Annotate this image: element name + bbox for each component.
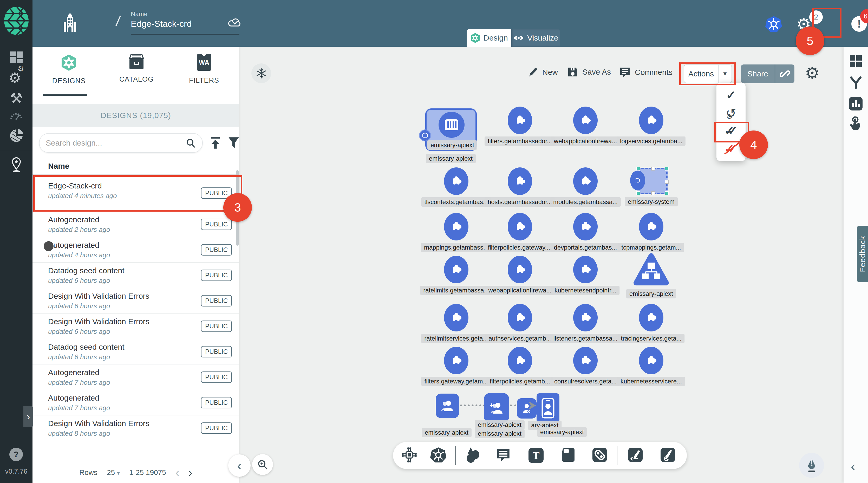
crd-node[interactable] <box>508 107 532 134</box>
node-clusterrole-badge[interactable] <box>536 393 559 423</box>
layout-snowflake-button[interactable] <box>251 63 271 83</box>
zoom-button[interactable] <box>252 454 273 475</box>
link-tool[interactable] <box>592 447 607 463</box>
freehand-draw-tool[interactable] <box>660 447 675 463</box>
crd-node-label: webapplicationfirewa... <box>551 137 620 146</box>
edge-arrowhead <box>527 400 537 411</box>
node-port-badge[interactable] <box>419 129 431 142</box>
crd-node[interactable] <box>444 304 468 331</box>
text-tool[interactable]: T <box>528 448 544 463</box>
designs-tab-label: DESIGNS <box>52 77 86 85</box>
design-row[interactable]: Datadog seed contentupdated 6 hours agoP… <box>32 339 239 364</box>
comments-button[interactable]: Comments <box>619 66 673 78</box>
pagination-prev-button[interactable]: ‹ <box>176 466 179 479</box>
design-row[interactable]: Design With Validation Errorsupdated 8 h… <box>32 415 239 441</box>
comment-tool[interactable] <box>496 447 511 463</box>
crd-node[interactable] <box>573 256 598 283</box>
sidebar-expand-button[interactable]: › <box>23 406 33 427</box>
design-row[interactable]: Autogeneratedupdated 4 hours agoPUBLIC <box>32 237 239 263</box>
crd-node[interactable] <box>573 347 598 374</box>
feedback-tab[interactable]: Feedback <box>857 225 868 282</box>
meshery-logo-icon[interactable] <box>4 6 29 35</box>
metrics-icon[interactable] <box>849 97 863 112</box>
menu-item-dry-run[interactable]: ↺⚙ <box>726 105 736 121</box>
design-row[interactable]: Autogeneratedupdated 7 hours agoPUBLIC <box>32 364 239 390</box>
design-row[interactable]: Autogeneratedupdated 2 hours agoPUBLIC <box>32 212 239 237</box>
filter-funnel-icon[interactable] <box>228 137 240 149</box>
environment-pin-icon[interactable] <box>0 157 32 173</box>
lifecycle-nav-icon[interactable]: ⚙⚙ <box>0 70 32 86</box>
tab-visualize[interactable]: Visualize <box>512 29 560 47</box>
tab-design[interactable]: Design <box>467 29 512 47</box>
rows-per-page-select[interactable]: 25 ▾ <box>107 469 120 477</box>
organization-icon[interactable] <box>62 13 78 33</box>
share-button-label: Share <box>741 69 775 78</box>
design-search-input[interactable] <box>46 139 186 147</box>
tab-filters[interactable]: WA FILTERS <box>176 54 232 85</box>
dashboard-nav-icon[interactable] <box>0 50 32 64</box>
configuration-nav-icon[interactable]: ⚒ <box>0 90 32 106</box>
crd-node[interactable] <box>444 213 468 240</box>
crd-node[interactable] <box>508 256 532 283</box>
save-as-button[interactable]: Save As <box>567 66 611 78</box>
crd-node[interactable] <box>639 213 663 240</box>
crd-node[interactable] <box>508 213 532 240</box>
interaction-hand-icon[interactable] <box>849 117 862 132</box>
design-mode-pen-button[interactable] <box>799 453 824 478</box>
crd-node-label: tcpmappings.getam... <box>618 243 684 252</box>
node-emissary-apiext-selected[interactable]: emissary-apiext <box>425 109 477 151</box>
note-tool[interactable] <box>561 447 576 464</box>
design-row[interactable]: Design With Validation Errorsupdated 6 h… <box>32 313 239 339</box>
tab-catalog[interactable]: CATALOG <box>108 54 165 84</box>
components-palette-icon[interactable] <box>849 55 862 69</box>
node-emissary-apiext-configmap[interactable] <box>633 252 670 286</box>
canvas-settings-gear-icon[interactable]: ⚙ <box>805 63 820 83</box>
crd-node[interactable] <box>444 168 468 195</box>
edge-draw-tool[interactable] <box>628 447 643 463</box>
crd-node[interactable] <box>573 213 598 240</box>
component-chip-tool[interactable] <box>401 447 417 464</box>
menu-item-undeploy[interactable]: ✓✓ <box>724 140 738 157</box>
kubernetes-context-icon[interactable] <box>765 16 782 32</box>
right-dock-collapse-button[interactable]: ‹ <box>851 459 855 474</box>
design-row[interactable]: Datadog seed contentupdated 6 hours agoP… <box>32 263 239 288</box>
tab-designs[interactable]: DESIGNS <box>40 54 97 85</box>
import-design-icon[interactable] <box>209 136 221 149</box>
design-search-box[interactable] <box>39 133 203 153</box>
new-design-button[interactable]: New <box>528 67 558 78</box>
annotation-rect-design-row <box>33 175 242 212</box>
crd-node[interactable] <box>639 304 663 331</box>
crd-node[interactable] <box>639 107 663 134</box>
shapes-tool[interactable] <box>465 447 480 464</box>
link-icon <box>780 69 790 79</box>
pagination-next-button[interactable]: › <box>188 466 192 479</box>
app-version: v0.7.76 <box>0 467 32 476</box>
performance-nav-icon[interactable] <box>0 111 32 120</box>
design-row[interactable]: Autogeneratedupdated 7 hours agoPUBLIC <box>32 390 239 415</box>
copy-link-button[interactable] <box>775 64 795 83</box>
crd-node[interactable] <box>444 256 468 283</box>
node-serviceaccount[interactable] <box>436 394 459 418</box>
crd-node[interactable] <box>508 304 532 331</box>
node-rolebinding[interactable] <box>484 393 509 423</box>
design-row[interactable]: Design With Validation Errorsupdated 6 h… <box>32 288 239 313</box>
crd-node[interactable] <box>639 347 663 374</box>
crd-node[interactable] <box>573 304 598 331</box>
kubernetes-tool[interactable] <box>430 447 446 464</box>
extensions-nav-icon[interactable] <box>0 128 32 143</box>
sidebar-divider <box>0 151 32 151</box>
filters-tab-label: FILTERS <box>189 77 219 85</box>
crd-node[interactable] <box>444 347 468 374</box>
crd-node[interactable] <box>508 168 532 195</box>
menu-item-validate[interactable]: ✓ <box>726 87 736 103</box>
search-icon[interactable] <box>186 138 196 148</box>
catalog-tab-label: CATALOG <box>119 76 154 84</box>
crd-node[interactable] <box>573 168 598 195</box>
relationships-icon[interactable] <box>849 76 863 90</box>
crd-node[interactable] <box>573 107 598 134</box>
crd-node[interactable] <box>508 347 532 374</box>
drawer-collapse-button[interactable]: ‹ <box>228 454 251 477</box>
name-column-header[interactable]: Name <box>48 162 69 171</box>
share-button[interactable]: Share <box>741 64 795 83</box>
help-button[interactable]: ? <box>9 448 23 461</box>
